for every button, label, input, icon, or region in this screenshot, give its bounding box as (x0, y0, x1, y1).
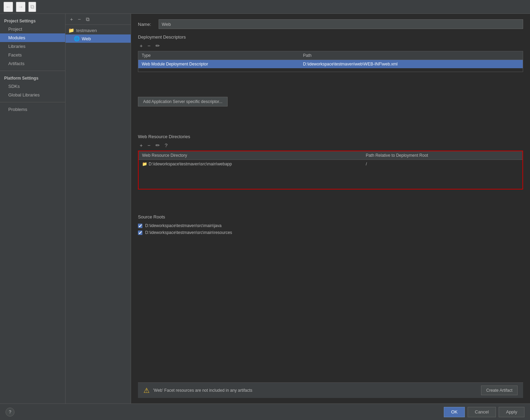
module-tree-item-web[interactable]: 🌐 Web (66, 34, 131, 43)
main-area: Project Settings Project Modules Librari… (0, 14, 530, 403)
wrd-col-directory: Web Resource Directory (139, 151, 362, 160)
source-root-item-java: D:\ideworkspace\testmaven\src\main\java (138, 222, 523, 229)
wrd-toolbar: + − ✏ ? (138, 142, 523, 148)
web-module-icon: 🌐 (74, 36, 80, 41)
module-tree-pane: + − ⧉ 📁 testmaven 🌐 Web (66, 14, 131, 403)
sidebar-item-libraries[interactable]: Libraries (0, 42, 65, 51)
wrd-empty-row (139, 168, 522, 185)
dd-col-type: Type (138, 51, 300, 60)
forward-button[interactable]: → (16, 2, 26, 12)
warning-text: 'Web' Facet resources are not included i… (153, 388, 252, 393)
bottom-right: OK Cancel Apply (444, 407, 524, 417)
ok-button[interactable]: OK (444, 407, 465, 417)
deployment-toolbar: + − ✏ (138, 42, 523, 49)
bottom-left: ? (6, 408, 14, 417)
dd-remove-button[interactable]: − (146, 42, 152, 49)
sidebar-item-problems[interactable]: Problems (0, 105, 65, 114)
sidebar-item-modules[interactable]: Modules (0, 33, 65, 42)
source-root-label-resources: D:\ideworkspace\testmaven\src\main\resou… (145, 230, 232, 235)
wrd-col-path: Path Relative to Deployment Root (362, 151, 522, 160)
sidebar-item-facets[interactable]: Facets (0, 51, 65, 59)
wrd-dir-cell: 📁D:\ideworkspace\testmaven\src\main\weba… (139, 160, 362, 168)
sidebar-item-project[interactable]: Project (0, 25, 65, 33)
name-input[interactable] (159, 19, 523, 29)
name-row: Name: (138, 19, 523, 29)
wrd-path-cell: / (362, 160, 522, 168)
copy-button[interactable]: ⧉ (28, 2, 36, 12)
table-row[interactable]: 📁D:\ideworkspace\testmaven\src\main\weba… (139, 160, 522, 168)
source-roots-title: Source Roots (138, 214, 523, 219)
module-copy-button[interactable]: ⧉ (84, 16, 91, 22)
folder-icon: 📁 (68, 28, 74, 33)
deployment-descriptors-table-container: Type Path Web Module Deployment Descript… (138, 51, 523, 72)
source-root-checkbox-resources[interactable] (138, 231, 142, 235)
warning-left: ⚠ 'Web' Facet resources are not included… (143, 386, 252, 395)
source-root-item-resources: D:\ideworkspace\testmaven\src\main\resou… (138, 229, 523, 236)
content-panel: Name: Deployment Descriptors + − ✏ Type … (131, 14, 530, 403)
sidebar-divider-2 (0, 102, 65, 102)
project-settings-heading: Project Settings (0, 17, 65, 25)
cancel-button[interactable]: Cancel (468, 407, 496, 417)
dd-add-button[interactable]: + (138, 42, 144, 49)
dd-empty-space (138, 76, 523, 97)
web-resource-directories-table: Web Resource Directory Path Relative to … (139, 151, 522, 185)
module-tree: 📁 testmaven 🌐 Web (66, 25, 131, 44)
module-tree-item-testmaven[interactable]: 📁 testmaven (66, 26, 131, 34)
wrd-folder-icon: 📁 (142, 162, 147, 166)
sidebar-item-artifacts[interactable]: Artifacts (0, 59, 65, 68)
back-button[interactable]: ← (3, 2, 13, 12)
deployment-descriptors-table: Type Path Web Module Deployment Descript… (138, 51, 523, 68)
warning-icon: ⚠ (143, 386, 150, 395)
dd-type-cell: Web Module Deployment Descriptor (138, 60, 300, 69)
warning-bar: ⚠ 'Web' Facet resources are not included… (138, 382, 523, 398)
spacer-1 (138, 120, 523, 134)
wrd-remove-button[interactable]: − (146, 142, 152, 148)
module-remove-button[interactable]: − (76, 16, 83, 22)
sidebar-item-sdks[interactable]: SDKs (0, 82, 65, 91)
source-root-label-java: D:\ideworkspace\testmaven\src\main\java (145, 223, 221, 228)
wrd-edit-button[interactable]: ✏ (154, 142, 162, 148)
source-root-checkbox-java[interactable] (138, 224, 142, 228)
dd-col-path: Path (300, 51, 523, 60)
add-server-descriptor-button[interactable]: Add Application Server specific descript… (138, 97, 228, 106)
module-tree-toolbar: + − ⧉ (66, 14, 131, 25)
dd-path-cell: D:\ideworkspace\testmaven\web\WEB-INF\we… (300, 60, 523, 69)
wrd-add-button[interactable]: + (138, 142, 144, 148)
sidebar-divider-1 (0, 71, 65, 71)
web-resource-directories-title: Web Resource Directories (138, 134, 523, 139)
web-resource-directories-table-container: Web Resource Directory Path Relative to … (138, 151, 523, 189)
add-server-descriptor-row: Add Application Server specific descript… (138, 97, 523, 113)
create-artifact-button[interactable]: Create Artifact (481, 386, 518, 395)
module-add-button[interactable]: + (68, 16, 75, 22)
apply-button[interactable]: Apply (499, 407, 524, 417)
sidebar: Project Settings Project Modules Librari… (0, 14, 66, 403)
table-row[interactable]: Web Module Deployment Descriptor D:\idew… (138, 60, 523, 69)
top-toolbar: ← → ⧉ (0, 0, 530, 14)
content-spacer (138, 236, 523, 382)
help-button[interactable]: ? (6, 408, 14, 417)
module-tree-label-web: Web (82, 36, 91, 41)
bottom-bar: ? OK Cancel Apply (0, 403, 530, 420)
name-label: Name: (138, 22, 155, 27)
spacer-2 (138, 194, 523, 214)
sidebar-item-global-libraries[interactable]: Global Libraries (0, 91, 65, 99)
platform-settings-heading: Platform Settings (0, 74, 65, 82)
module-tree-label-testmaven: testmaven (76, 28, 97, 33)
dd-edit-button[interactable]: ✏ (154, 42, 162, 49)
deployment-descriptors-title: Deployment Descriptors (138, 34, 523, 40)
wrd-help-button[interactable]: ? (163, 142, 169, 148)
